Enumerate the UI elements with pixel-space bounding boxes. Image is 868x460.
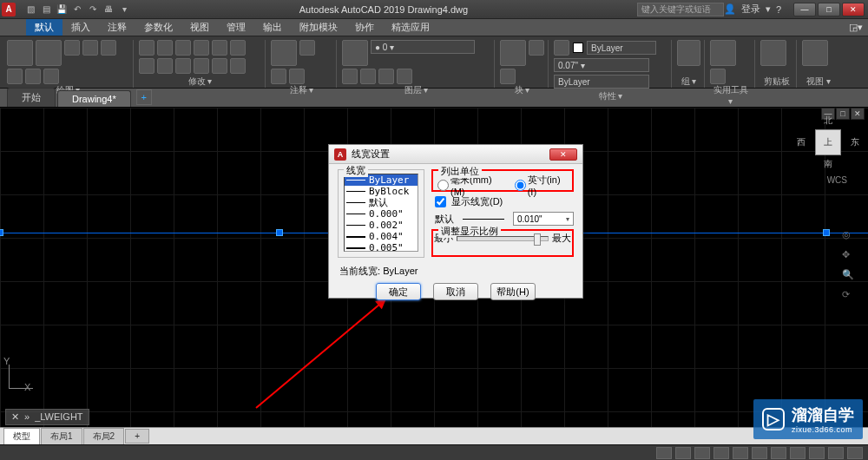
slider-thumb[interactable] xyxy=(534,233,541,246)
login-link[interactable]: 登录 xyxy=(741,3,760,16)
viewcube-top[interactable]: 上 xyxy=(815,129,841,155)
layer-props-icon[interactable] xyxy=(342,40,368,66)
scale-slider[interactable] xyxy=(457,236,549,241)
line-tool-icon[interactable] xyxy=(7,40,33,66)
qat-redo-icon[interactable]: ↷ xyxy=(87,3,99,16)
panel-modify-label[interactable]: 修改 ▾ xyxy=(139,76,261,88)
cancel-button[interactable]: 取消 xyxy=(433,283,478,300)
app-icon[interactable]: A xyxy=(2,3,16,16)
help-icon[interactable]: ? xyxy=(776,4,781,15)
insert-block-icon[interactable] xyxy=(500,40,526,66)
status-grid-icon[interactable] xyxy=(675,447,691,459)
exchange-icon[interactable]: ▾ xyxy=(766,3,771,15)
line-grip-end[interactable] xyxy=(823,229,830,236)
measure-icon[interactable] xyxy=(710,40,736,66)
calc-icon[interactable] xyxy=(710,69,726,84)
radio-in[interactable]: 英寸(in)(I) xyxy=(515,174,568,197)
cmd-input[interactable]: _LWEIGHT xyxy=(35,411,82,423)
layer-freeze-icon[interactable] xyxy=(360,69,376,84)
add-layout-button[interactable]: + xyxy=(125,429,149,444)
tab-default[interactable]: 默认 xyxy=(26,19,62,36)
viewport-close-icon[interactable]: ✕ xyxy=(851,108,865,120)
default-lw-dropdown[interactable]: 0.010" xyxy=(513,212,574,226)
viewcube-east[interactable]: 东 xyxy=(851,136,859,148)
group-icon[interactable] xyxy=(677,40,700,66)
base-view-icon[interactable] xyxy=(802,40,828,66)
user-icon[interactable]: 👤 xyxy=(724,3,736,15)
fillet-tool-icon[interactable] xyxy=(139,58,155,74)
ok-button[interactable]: 确定 xyxy=(376,283,421,300)
lw-item-005[interactable]: 0.005" xyxy=(345,242,418,252)
layer-dropdown[interactable]: ● 0 ▾ xyxy=(371,40,475,54)
panel-group-label[interactable]: 组 ▾ xyxy=(677,76,700,88)
panel-utils-label[interactable]: 实用工具 ▾ xyxy=(710,84,751,96)
tab-insert[interactable]: 插入 xyxy=(62,19,99,36)
polyline-tool-icon[interactable] xyxy=(36,40,62,66)
status-workspace-icon[interactable] xyxy=(828,447,844,459)
viewcube[interactable]: 北 南 西 东 上 xyxy=(804,118,852,167)
cmd-close-icon[interactable]: ✕ xyxy=(11,411,19,423)
navbar-zoom-icon[interactable]: 🔍 xyxy=(842,269,854,280)
tab-annotate[interactable]: 注释 xyxy=(99,19,135,36)
match-props-icon[interactable] xyxy=(554,40,569,56)
command-line[interactable]: ✕ » _LWEIGHT xyxy=(5,409,89,425)
lw-item-004[interactable]: 0.004" xyxy=(345,231,418,242)
status-lwt-icon[interactable] xyxy=(771,447,786,459)
move-tool-icon[interactable] xyxy=(139,40,155,56)
tab-featured[interactable]: 精选应用 xyxy=(383,19,438,36)
copy-tool-icon[interactable] xyxy=(212,40,227,56)
lw-item-default[interactable]: 默认 xyxy=(345,197,418,208)
panel-clip-label[interactable]: 剪贴板 xyxy=(760,76,792,88)
scale-tool-icon[interactable] xyxy=(194,58,209,74)
panel-layers-label[interactable]: 图层 ▾ xyxy=(342,84,490,96)
viewcube-south[interactable]: 南 xyxy=(824,158,832,170)
status-snap-icon[interactable] xyxy=(694,447,710,459)
lw-item-002[interactable]: 0.002" xyxy=(345,220,418,231)
qat-undo-icon[interactable]: ↶ xyxy=(71,3,83,16)
viewcube-north[interactable]: 北 xyxy=(824,115,832,127)
navbar-wheel-icon[interactable]: ◎ xyxy=(842,229,854,240)
linetype-dropdown[interactable]: ByLayer xyxy=(554,75,649,89)
circle-tool-icon[interactable] xyxy=(64,40,80,56)
tab-drawing4[interactable]: Drawing4* xyxy=(57,90,131,107)
layer-match-icon[interactable] xyxy=(397,69,412,84)
color-dropdown[interactable]: ByLayer xyxy=(587,41,656,55)
dialog-close-button[interactable]: ✕ xyxy=(549,148,577,161)
dim-tool-icon[interactable] xyxy=(299,40,315,56)
explode-tool-icon[interactable] xyxy=(157,58,173,74)
status-anno-icon[interactable] xyxy=(790,447,806,459)
status-model-button[interactable] xyxy=(656,447,672,459)
color-swatch-icon[interactable] xyxy=(573,43,583,53)
hatch-tool-icon[interactable] xyxy=(7,69,23,84)
edit-block-icon[interactable] xyxy=(500,69,516,84)
new-tab-button[interactable]: + xyxy=(136,89,152,105)
trim-tool-icon[interactable] xyxy=(175,40,191,56)
leader-tool-icon[interactable] xyxy=(271,69,286,84)
rectangle-tool-icon[interactable] xyxy=(101,40,116,56)
tab-layout2[interactable]: 布局2 xyxy=(83,428,125,445)
mirror-tool-icon[interactable] xyxy=(230,40,246,56)
qat-new-icon[interactable]: ▧ xyxy=(24,3,36,16)
tab-output[interactable]: 输出 xyxy=(254,19,291,36)
status-custom-icon[interactable] xyxy=(847,447,863,459)
tab-collab[interactable]: 协作 xyxy=(346,19,383,36)
panel-annotate-label[interactable]: 注释 ▾ xyxy=(271,84,332,96)
close-button[interactable]: ✕ xyxy=(842,3,865,16)
minimize-button[interactable]: — xyxy=(793,3,816,16)
tab-start[interactable]: 开始 xyxy=(7,88,56,107)
spline-tool-icon[interactable] xyxy=(43,69,59,84)
panel-blocks-label[interactable]: 块 ▾ xyxy=(500,84,544,96)
arc-tool-icon[interactable] xyxy=(82,40,98,56)
tab-model[interactable]: 模型 xyxy=(3,428,40,445)
rotate-tool-icon[interactable] xyxy=(157,40,173,56)
ribbon-collapse-icon[interactable]: ◲▾ xyxy=(840,20,868,35)
status-polar-icon[interactable] xyxy=(733,447,748,459)
navbar-orbit-icon[interactable]: ⟳ xyxy=(842,289,854,300)
dialog-titlebar[interactable]: A 线宽设置 ✕ xyxy=(329,145,582,164)
line-grip-mid[interactable] xyxy=(276,229,283,236)
paste-icon[interactable] xyxy=(760,40,786,66)
tab-view[interactable]: 视图 xyxy=(181,19,218,36)
status-osnap-icon[interactable] xyxy=(752,447,767,459)
tab-addins[interactable]: 附加模块 xyxy=(291,19,346,36)
line-grip-start[interactable] xyxy=(0,229,3,236)
